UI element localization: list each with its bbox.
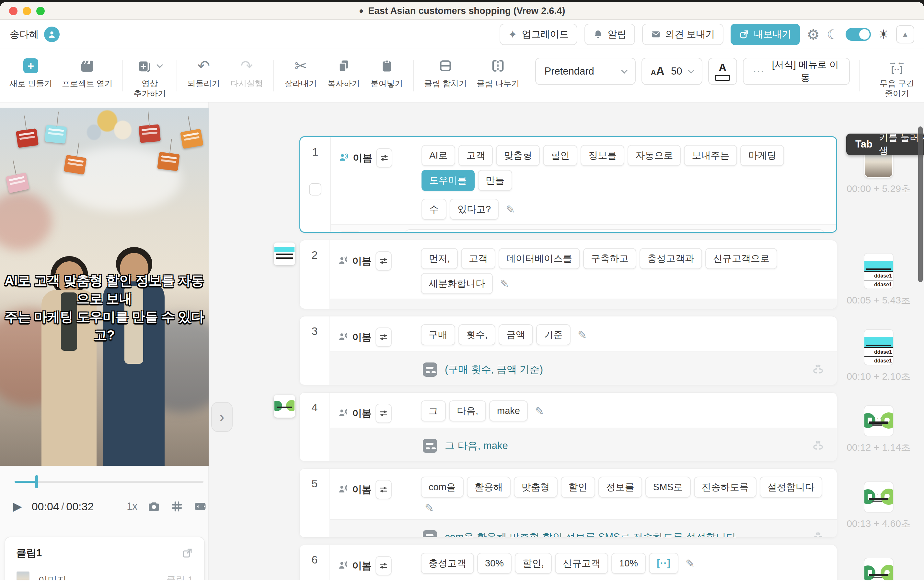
word-chip[interactable]: 마케팅 xyxy=(740,145,784,166)
speaker-name[interactable]: 이봄 xyxy=(353,151,372,165)
text-color-button[interactable]: A xyxy=(708,58,737,85)
scene-thumbnail[interactable] xyxy=(338,232,362,233)
clip-row[interactable]: 1 이봄 AI로고객맞춤형할인정보를자동으로보내주는마케팅도우미를만들수있다고?… xyxy=(299,136,837,233)
word-chip[interactable]: 기준 xyxy=(536,324,571,345)
collapse-toolbar-button[interactable]: ▲ xyxy=(896,25,914,43)
voice-settings-button[interactable] xyxy=(376,251,392,271)
export-button[interactable]: 내보내기 xyxy=(731,24,800,45)
word-chip[interactable]: 구축하고 xyxy=(583,248,636,269)
clip-row[interactable]: 3 이봄 구매횟수,금액기준✎ (구매 횟수, 금액 기준) xyxy=(299,316,837,385)
font-family-select[interactable]: Pretendard xyxy=(535,58,636,85)
word-chip[interactable]: 할인 xyxy=(543,145,578,166)
upgrade-button[interactable]: ✦ 업그레이드 xyxy=(500,24,578,45)
word-chip[interactable]: 횟수, xyxy=(459,324,495,345)
scene-marker-thumbnail[interactable] xyxy=(274,243,295,265)
word-chip[interactable]: 먼저, xyxy=(421,248,458,269)
subtitle-text[interactable]: com을 활용해 맞춤형 할인 정보를 SMS로 전송하도록 설정합니다 xyxy=(445,530,736,538)
zoom-window-button[interactable] xyxy=(36,7,45,15)
word-chip[interactable]: 충성고객과 xyxy=(640,248,702,269)
scrollbar-thumb[interactable] xyxy=(918,126,923,282)
word-chip[interactable]: 충성고객 xyxy=(421,553,474,574)
word-chip[interactable]: 할인, xyxy=(515,553,552,574)
edit-words-button[interactable]: ✎ xyxy=(578,328,587,341)
new-project-button[interactable]: + 새로 만들기 xyxy=(5,49,57,88)
rail-thumbnail[interactable]: ddase1ddase1 xyxy=(864,253,894,289)
word-chip[interactable]: 구매 xyxy=(421,324,455,345)
copy-button[interactable]: 복사하기 xyxy=(322,49,365,88)
word-chip[interactable]: 고객 xyxy=(459,145,493,166)
clip-row[interactable]: 4 이봄 그다음,make✎ 그 다음, make xyxy=(299,392,837,461)
word-chip[interactable]: 그 xyxy=(421,401,446,422)
word-chip[interactable]: 만들 xyxy=(478,170,512,191)
play-button[interactable]: ▶ xyxy=(13,500,22,513)
word-chip[interactable]: 맞춤형 xyxy=(496,145,540,166)
word-chip[interactable]: 신규고객 xyxy=(555,553,608,574)
word-chip[interactable]: 세분화합니다 xyxy=(421,273,493,294)
voice-settings-button[interactable] xyxy=(376,148,392,168)
subtitle-text[interactable]: (구매 횟수, 금액 기준) xyxy=(445,363,543,376)
word-chip[interactable]: make xyxy=(489,401,528,422)
voice-settings-button[interactable] xyxy=(376,404,392,423)
screenshot-button[interactable] xyxy=(147,500,161,513)
format-menu-button[interactable]: ⋯ [서식] 메뉴로 이동 xyxy=(743,58,850,85)
word-chip[interactable]: 다음, xyxy=(449,401,486,422)
word-chip[interactable]: 정보를 xyxy=(598,477,642,498)
word-chip[interactable]: 자동으로 xyxy=(627,145,681,166)
panel-toggle-button[interactable]: › xyxy=(211,402,233,432)
grid-button[interactable] xyxy=(170,500,183,513)
word-chip[interactable]: 30% xyxy=(477,553,512,574)
undo-button[interactable]: ↶ 되돌리기 xyxy=(182,49,225,88)
word-chip[interactable]: 있다고? xyxy=(450,199,498,220)
word-chip[interactable]: 설정합니다 xyxy=(760,477,822,498)
settings-gear-icon[interactable]: ⚙ xyxy=(807,26,820,43)
clip-row[interactable]: 2 이봄 먼저,고객데이터베이스를구축하고충성고객과신규고객으로세분화합니다✎ … xyxy=(299,240,837,309)
word-chip[interactable]: 금액 xyxy=(498,324,533,345)
rail-thumbnail[interactable]: ddase1ddase1 xyxy=(864,329,894,366)
theme-toggle[interactable] xyxy=(846,28,871,41)
external-link-icon[interactable] xyxy=(182,547,193,559)
voice-settings-button[interactable] xyxy=(376,328,392,347)
edit-words-button[interactable]: ✎ xyxy=(506,203,515,216)
add-video-button[interactable]: 영상추가하기 xyxy=(128,49,172,99)
speaker-name[interactable]: 이봄 xyxy=(352,407,371,420)
word-chip[interactable]: com을 xyxy=(421,477,464,498)
paste-button[interactable]: 붙여넣기 xyxy=(365,49,408,88)
progress-handle[interactable] xyxy=(35,475,38,488)
speaker-name[interactable]: 이봄 xyxy=(352,255,371,268)
scene-marker-thumbnail[interactable] xyxy=(274,395,295,417)
aspect-ratio-button[interactable] xyxy=(193,499,207,513)
voice-settings-button[interactable] xyxy=(376,556,392,576)
shorten-silence-button[interactable]: →← [··] 무음 구간줄이기 xyxy=(874,49,919,99)
clip-row[interactable]: 6 이봄 충성고객30%할인,신규고객10%[··]✎ xyxy=(299,545,837,580)
word-chip[interactable]: 맞춤형 xyxy=(514,477,558,498)
word-chip[interactable]: AI로 xyxy=(421,145,455,166)
rail-thumbnail[interactable]: ··· xyxy=(864,405,894,436)
playback-progress-bar[interactable] xyxy=(15,481,203,483)
user-account[interactable]: 송다혜 xyxy=(10,26,59,42)
subtitle-text[interactable]: 그 다음, make xyxy=(445,439,508,453)
voice-settings-button[interactable] xyxy=(376,480,392,499)
word-chip[interactable]: 보내주는 xyxy=(684,145,737,166)
word-chip[interactable]: 수 xyxy=(421,199,446,220)
clip-list-item[interactable]: 이미지 클립 1 xyxy=(16,571,193,580)
word-chip[interactable]: 10% xyxy=(611,553,646,574)
edit-words-button[interactable]: ✎ xyxy=(535,405,544,417)
video-preview[interactable]: AI로 고객 맞춤형 할인 정보를 자동으로 보내 주는 마케팅 도우미를 만들… xyxy=(0,108,209,466)
notifications-button[interactable]: 알림 xyxy=(584,24,635,45)
word-chip[interactable]: 전송하도록 xyxy=(694,477,756,498)
word-chip[interactable]: 고객 xyxy=(461,248,495,269)
rail-thumbnail[interactable]: ··· xyxy=(864,482,894,513)
close-window-button[interactable] xyxy=(9,7,18,15)
clip-checkbox[interactable] xyxy=(309,183,322,195)
speaker-name[interactable]: 이봄 xyxy=(352,331,371,344)
edit-words-button[interactable]: ✎ xyxy=(425,502,434,515)
playback-speed-button[interactable]: 1x xyxy=(127,501,137,512)
speaker-name[interactable]: 이봄 xyxy=(352,559,371,573)
edit-words-button[interactable]: ✎ xyxy=(686,557,695,570)
unlink-icon[interactable] xyxy=(811,363,825,377)
speaker-name[interactable]: 이봄 xyxy=(352,483,371,497)
word-chip[interactable]: 도우미를 xyxy=(421,170,475,191)
word-chip[interactable]: SMS로 xyxy=(645,477,691,498)
open-project-button[interactable]: 프로젝트 열기 xyxy=(57,49,117,88)
word-chip[interactable]: 정보를 xyxy=(581,145,624,166)
